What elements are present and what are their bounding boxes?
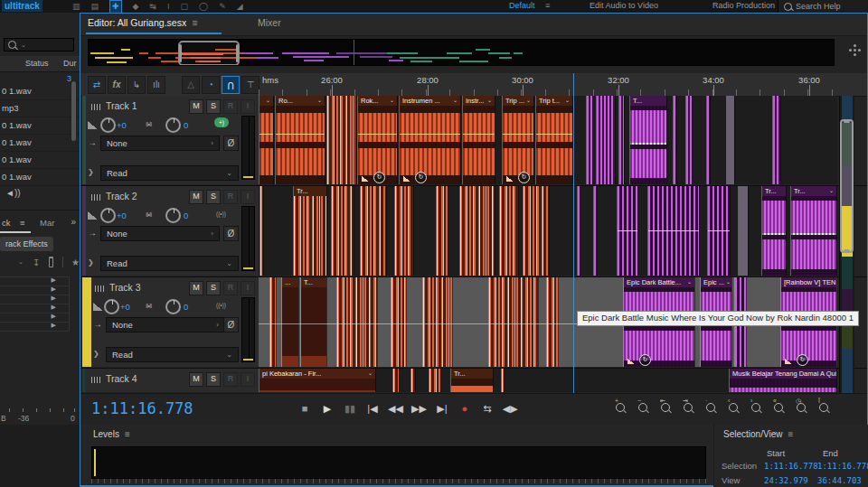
- audio-clip[interactable]: Tr...⌄: [790, 186, 837, 276]
- clip-gain-icon[interactable]: [403, 176, 410, 182]
- audio-clip[interactable]: [706, 96, 711, 184]
- record-button[interactable]: ●: [458, 399, 472, 417]
- m-button[interactable]: M: [189, 281, 203, 295]
- timer-button[interactable]: ◷: [796, 401, 808, 414]
- s-button[interactable]: S: [206, 372, 221, 387]
- vertical-scroll-thumb[interactable]: [840, 119, 854, 253]
- clip-header[interactable]: [Rainbow V] TEN X: [781, 277, 836, 287]
- audio-clip[interactable]: [259, 186, 264, 276]
- selection-view-title[interactable]: Selection/View≡: [723, 429, 793, 439]
- favorite-star-icon[interactable]: ★: [71, 258, 80, 267]
- audio-clip[interactable]: Trip ...⌄↻: [502, 96, 534, 184]
- paintbrush-tool-icon[interactable]: ✎: [219, 1, 226, 13]
- clip-header[interactable]: Trip t...⌄: [536, 96, 572, 106]
- sum-to-mono-button[interactable]: Ø: [223, 136, 239, 151]
- pan-knob[interactable]: [165, 117, 181, 133]
- track-name[interactable]: Track 2: [106, 191, 137, 201]
- workspace-tab-edit-audio-to-video[interactable]: Edit Audio to Video: [590, 0, 658, 13]
- audio-clip[interactable]: ⌄: [259, 96, 274, 184]
- metering-toggle-icon[interactable]: ılı: [147, 76, 165, 94]
- audio-clip[interactable]: [360, 186, 387, 276]
- clip-gain-icon[interactable]: [785, 359, 792, 364]
- skip-to-start-button[interactable]: |◀: [365, 399, 380, 417]
- preview-speaker-icon[interactable]: ◄)): [5, 188, 21, 198]
- zoom-out-full-button[interactable]: ⇥: [683, 401, 695, 414]
- audio-clip[interactable]: [410, 369, 416, 392]
- clip-loop-icon[interactable]: ↻: [639, 354, 651, 366]
- chevron-down-icon[interactable]: ⌄: [526, 97, 531, 106]
- duration-column-header[interactable]: Dur: [63, 59, 77, 68]
- overview-viewport-handle[interactable]: [178, 41, 240, 66]
- clip-header[interactable]: ⌄: [259, 96, 273, 106]
- fast-forward-button[interactable]: ▶▶: [411, 399, 427, 417]
- audio-clip[interactable]: [546, 277, 559, 367]
- marquee-tool-icon[interactable]: ▢: [181, 1, 189, 13]
- effect-slot[interactable]: ▶: [0, 314, 69, 323]
- m-button[interactable]: M: [189, 190, 203, 204]
- selection-start-value[interactable]: 1:11:16.778: [764, 462, 818, 471]
- m-button[interactable]: M: [189, 372, 203, 387]
- pan-value[interactable]: 0: [184, 211, 188, 220]
- selection-end-value[interactable]: 1:11:16.778: [817, 462, 868, 471]
- audio-clip[interactable]: [436, 186, 448, 276]
- clip-loop-icon[interactable]: ↻: [415, 172, 427, 183]
- volume-value[interactable]: +0: [117, 120, 127, 130]
- tab-editor[interactable]: Editor: All Guriang.sesx≡: [88, 17, 197, 28]
- audio-clip[interactable]: [331, 186, 354, 276]
- zoom-out-point-button[interactable]: ›: [750, 401, 763, 414]
- clip-header[interactable]: Instr...⌄: [463, 96, 495, 106]
- track-1-lane[interactable]: ⌄Ro...⌄Rok...⌄↻Instrumen ...⌄↻Instr...⌄T…: [259, 96, 837, 184]
- i-button[interactable]: I: [241, 99, 255, 114]
- s-button[interactable]: S: [206, 99, 221, 114]
- audio-clip[interactable]: Instrumen ...⌄↻: [399, 96, 461, 184]
- audio-clip[interactable]: [707, 186, 731, 276]
- panel-menu-icon[interactable]: ≡: [125, 429, 130, 439]
- audio-clip[interactable]: [586, 96, 593, 184]
- list-item[interactable]: 0 1.wav: [0, 135, 80, 152]
- metronome-toggle-icon[interactable]: △: [182, 76, 200, 94]
- clip-header[interactable]: ...: [282, 277, 298, 287]
- track-color-strip[interactable]: [82, 277, 91, 367]
- clip-header[interactable]: Tr...: [451, 369, 493, 379]
- audio-clip[interactable]: [673, 96, 677, 184]
- audio-clip[interactable]: [336, 277, 378, 367]
- input-select[interactable]: None›: [100, 136, 220, 151]
- chevron-down-icon[interactable]: ⌄: [18, 258, 24, 266]
- stop-button[interactable]: ■: [297, 399, 312, 417]
- audio-clip[interactable]: [501, 369, 505, 392]
- volume-knob[interactable]: [104, 299, 119, 314]
- track-name[interactable]: Track 3: [109, 282, 141, 293]
- chevron-down-icon[interactable]: ⌄: [726, 278, 731, 287]
- tabs-overflow-icon[interactable]: »: [71, 217, 76, 227]
- loop-toggle-icon[interactable]: ⇄: [88, 76, 106, 94]
- audio-clip[interactable]: pi Kebakaran - Fir...⌄: [259, 369, 376, 392]
- eraser-tool-icon[interactable]: ◢: [237, 1, 243, 13]
- audio-clip[interactable]: [523, 186, 550, 276]
- s-button[interactable]: S: [206, 190, 221, 204]
- audio-clip[interactable]: T...: [629, 96, 667, 184]
- fx-toggle-icon[interactable]: fx: [108, 76, 126, 94]
- r-button[interactable]: R: [223, 190, 238, 204]
- slot-arrow-icon[interactable]: ▶: [52, 313, 56, 320]
- audio-clip[interactable]: Tr...: [450, 369, 494, 392]
- levels-title[interactable]: Levels≡: [93, 429, 130, 439]
- chevron-down-icon[interactable]: ⌄: [565, 97, 570, 106]
- clip-header[interactable]: Epic Dark Battle...⌄: [624, 277, 694, 287]
- audio-clip[interactable]: Ro...⌄: [275, 96, 326, 184]
- clip-header[interactable]: Rok...⌄: [358, 96, 397, 106]
- chevron-down-icon[interactable]: ⌄: [487, 97, 492, 106]
- chevron-down-icon[interactable]: ⌄: [453, 97, 458, 106]
- panel-menu-icon[interactable]: ≡: [192, 17, 197, 28]
- pan-value[interactable]: 0: [184, 302, 188, 312]
- chevron-down-icon[interactable]: ⌄: [266, 97, 270, 106]
- i-button[interactable]: I: [241, 190, 255, 204]
- r-button[interactable]: R: [223, 281, 238, 295]
- skip-to-end-button[interactable]: ▶|: [435, 399, 449, 417]
- effect-slot[interactable]: ▶: [0, 286, 69, 295]
- files-scrollbar[interactable]: [71, 81, 76, 141]
- audio-clip[interactable]: [429, 369, 441, 392]
- track-color-strip[interactable]: [82, 96, 86, 184]
- time-display[interactable]: 1:11:16.778: [91, 399, 193, 417]
- chevron-down-icon[interactable]: ⌄: [317, 97, 322, 106]
- clip-header[interactable]: Tr...⌄: [791, 186, 836, 196]
